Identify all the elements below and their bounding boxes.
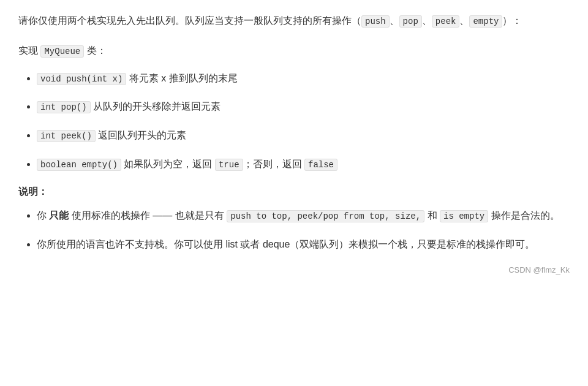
method-pop-code: int pop()	[37, 101, 91, 113]
method-empty-desc-mid: ；否则，返回	[243, 159, 304, 169]
note-2-text: 你所使用的语言也许不支持栈。你可以使用 list 或者 deque（双端队列）来…	[37, 239, 535, 249]
method-push-desc: 将元素 x 推到队列的末尾	[129, 73, 238, 83]
note-1-code-isempty: is empty	[440, 210, 488, 222]
note-1-bold: 只能	[49, 210, 69, 221]
note-title-text: 说明：	[18, 186, 48, 197]
intro-text-2: ）：	[502, 15, 522, 26]
note-1-end: 和	[424, 210, 440, 221]
attribution: CSDN @flmz_Kk	[18, 265, 570, 274]
intro-sep3: 、	[459, 15, 469, 26]
implement-text: 实现	[18, 45, 40, 56]
method-push: void push(int x) 将元素 x 推到队列的末尾	[37, 70, 570, 88]
intro-sep1: 、	[390, 15, 399, 26]
note-1-last: 操作是合法的。	[488, 210, 559, 221]
notes-list: 你 只能 使用标准的栈操作 —— 也就是只有 push to top, peek…	[18, 207, 570, 254]
note-2: 你所使用的语言也许不支持栈。你可以使用 list 或者 deque（双端队列）来…	[37, 236, 570, 254]
note-1-before: 你	[37, 210, 49, 221]
method-peek: int peek() 返回队列开头的元素	[37, 127, 570, 145]
method-peek-code: int peek()	[37, 130, 96, 142]
method-empty-desc-before: 如果队列为空，返回	[124, 159, 214, 169]
method-empty-code: boolean empty()	[37, 159, 121, 171]
note-1: 你 只能 使用标准的栈操作 —— 也就是只有 push to top, peek…	[37, 207, 570, 225]
intro-paragraph: 请你仅使用两个栈实现先入先出队列。队列应当支持一般队列支持的所有操作（push、…	[18, 12, 570, 30]
intro-code-peek: peek	[432, 15, 460, 28]
intro-text-1: 请你仅使用两个栈实现先入先出队列。队列应当支持一般队列支持的所有操作（	[18, 15, 361, 26]
method-pop: int pop() 从队列的开头移除并返回元素	[37, 98, 570, 116]
methods-list: void push(int x) 将元素 x 推到队列的末尾 int pop()…	[18, 70, 570, 173]
note-1-after: 使用标准的栈操作 —— 也就是只有	[69, 210, 227, 221]
note-1-code-ops: push to top, peek/pop from top, size,	[227, 210, 424, 222]
method-empty-code-true: true	[215, 159, 243, 171]
implement-suffix: 类：	[84, 45, 106, 56]
intro-code-push: push	[361, 15, 390, 28]
method-push-code: void push(int x)	[37, 73, 126, 85]
attribution-text: CSDN @flmz_Kk	[508, 265, 570, 274]
implement-label: 实现 MyQueue 类：	[18, 42, 570, 60]
method-pop-desc: 从队列的开头移除并返回元素	[93, 101, 221, 112]
method-peek-desc: 返回队列开头的元素	[98, 130, 186, 140]
method-empty: boolean empty() 如果队列为空，返回 true；否则，返回 fal…	[37, 156, 570, 173]
method-empty-code-false: false	[304, 159, 337, 171]
note-title: 说明：	[18, 186, 570, 199]
implement-class: MyQueue	[40, 45, 84, 58]
intro-code-empty: empty	[469, 15, 502, 28]
intro-sep2: 、	[422, 15, 432, 26]
intro-code-pop: pop	[399, 15, 422, 28]
